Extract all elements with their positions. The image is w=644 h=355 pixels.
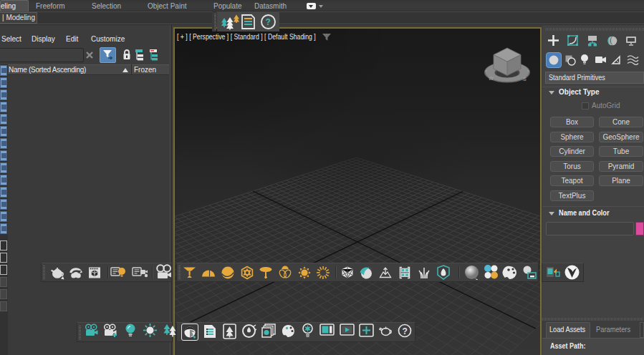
svg-text:S: S xyxy=(523,77,527,82)
svg-text:?: ? xyxy=(403,326,408,336)
svg-text:W: W xyxy=(489,76,494,81)
svg-text:?: ? xyxy=(266,17,271,27)
